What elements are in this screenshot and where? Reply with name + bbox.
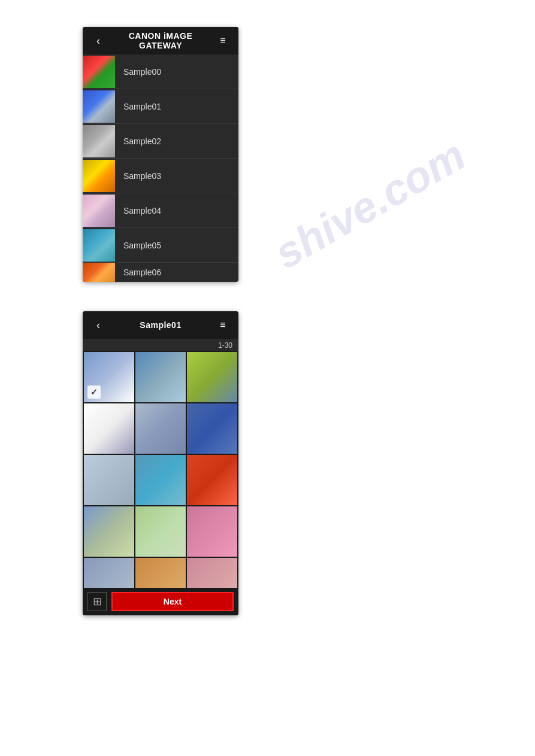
photo-cell[interactable]	[187, 403, 237, 454]
photo-cell[interactable]	[187, 352, 237, 402]
photo-cell[interactable]	[84, 352, 134, 402]
photo-cell[interactable]	[187, 455, 237, 505]
screen2-photo-grid: ‹ Sample01 ≡ 1-30	[83, 311, 238, 615]
menu-button[interactable]: ≡	[214, 32, 231, 49]
count-row: 1-30	[83, 339, 238, 351]
list-item[interactable]: Sample01	[83, 89, 238, 124]
photo-cell[interactable]	[135, 455, 186, 505]
photo-cell[interactable]	[84, 558, 134, 588]
back-button[interactable]: ‹	[90, 32, 107, 49]
album-label: Sample01	[115, 102, 161, 111]
screen2-header: ‹ Sample01 ≡	[83, 311, 238, 339]
photo-cell[interactable]	[84, 506, 134, 557]
album-thumbnail	[83, 125, 115, 157]
screen2-content: 1-30	[83, 339, 238, 588]
photo-grid	[83, 351, 238, 558]
photo-cell[interactable]	[135, 352, 186, 402]
photo-cell[interactable]	[135, 403, 186, 454]
album-label: Sample03	[115, 171, 161, 181]
album-thumbnail	[83, 90, 115, 123]
list-item[interactable]: Sample02	[83, 124, 238, 159]
album-thumbnail	[83, 56, 115, 88]
list-item[interactable]: Sample04	[83, 193, 238, 228]
photo-cell[interactable]	[135, 506, 186, 557]
album-thumbnail	[83, 263, 115, 282]
screen1-header: ‹ CANON iMAGE GATEWAY ≡	[83, 27, 238, 54]
watermark: shive.com	[266, 130, 473, 278]
album-list: Sample00 Sample01 Sample02 Sample03 Samp…	[83, 54, 238, 282]
screen2-title: Sample01	[107, 320, 214, 330]
photo-cell[interactable]	[84, 403, 134, 454]
album-thumbnail	[83, 229, 115, 262]
album-thumbnail	[83, 195, 115, 227]
photo-cell[interactable]	[187, 506, 237, 557]
grid-view-icon: ⊞	[93, 595, 102, 608]
screen1-album-list: ‹ CANON iMAGE GATEWAY ≡ Sample00 Sample0…	[83, 27, 238, 282]
album-label: Sample05	[115, 241, 161, 250]
back-button-2[interactable]: ‹	[90, 317, 107, 333]
list-item[interactable]: Sample06	[83, 263, 238, 282]
list-item[interactable]: Sample00	[83, 54, 238, 89]
list-item[interactable]: Sample03	[83, 159, 238, 193]
bottom-toolbar: ⊞ Next	[83, 588, 238, 615]
album-label: Sample00	[115, 67, 161, 77]
list-item[interactable]: Sample05	[83, 228, 238, 263]
photo-cell[interactable]	[187, 558, 237, 588]
photo-cell[interactable]	[135, 558, 186, 588]
menu-button-2[interactable]: ≡	[214, 317, 231, 333]
photo-grid-partial-row	[83, 558, 238, 588]
album-label: Sample04	[115, 206, 161, 215]
photo-count: 1-30	[218, 341, 232, 350]
album-label: Sample06	[115, 268, 161, 277]
next-button[interactable]: Next	[111, 592, 234, 611]
album-label: Sample02	[115, 136, 161, 146]
selected-checkmark	[87, 385, 101, 399]
screen1-title: CANON iMAGE GATEWAY	[107, 31, 214, 50]
grid-view-button[interactable]: ⊞	[87, 592, 107, 611]
album-thumbnail	[83, 160, 115, 192]
photo-cell[interactable]	[84, 455, 134, 505]
